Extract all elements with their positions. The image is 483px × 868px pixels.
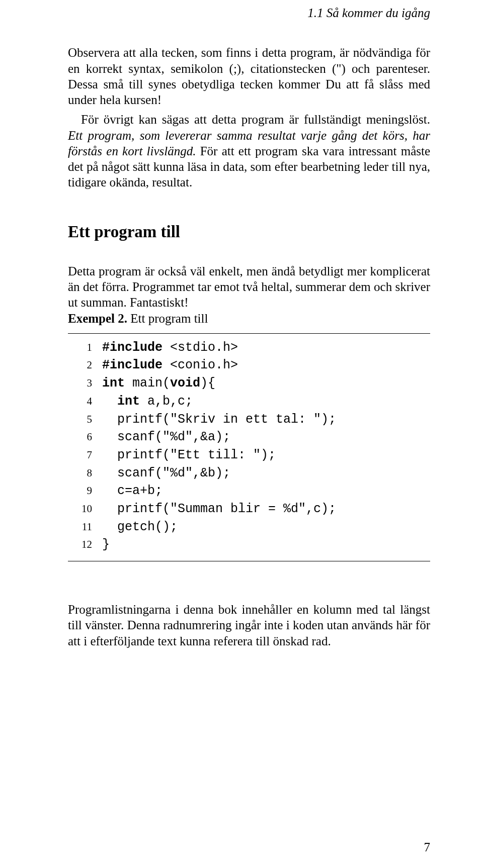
example-title: Ett program till xyxy=(127,312,208,325)
code-text: printf("Skriv in ett tal: "); xyxy=(102,411,430,429)
line-number: 11 xyxy=(68,518,102,536)
line-number: 4 xyxy=(68,393,102,411)
code-line: 11 getch(); xyxy=(68,518,430,536)
code-line: 12} xyxy=(68,536,430,554)
line-number: 2 xyxy=(68,356,102,374)
code-line: 7 printf("Ett till: "); xyxy=(68,446,430,464)
code-text: printf("Summan blir = %d",c); xyxy=(102,500,430,518)
paragraph-3: Detta program är också väl enkelt, men ä… xyxy=(68,263,430,311)
code-text: c=a+b; xyxy=(102,482,430,500)
line-number: 1 xyxy=(68,339,102,357)
code-line: 6 scanf("%d",&a); xyxy=(68,428,430,446)
code-line: 9 c=a+b; xyxy=(68,482,430,500)
line-number: 9 xyxy=(68,482,102,500)
running-head: 1.1 Så kommer du igång xyxy=(68,5,430,21)
line-number: 8 xyxy=(68,464,102,483)
line-number: 12 xyxy=(68,536,102,554)
line-number: 10 xyxy=(68,500,102,518)
page: 1.1 Så kommer du igång Observera att all… xyxy=(0,0,483,868)
code-line: 10 printf("Summan blir = %d",c); xyxy=(68,500,430,518)
paragraph-4: Programlistningarna i denna bok innehåll… xyxy=(68,602,430,649)
code-text: int a,b,c; xyxy=(102,393,430,411)
code-text: #include <stdio.h> xyxy=(102,339,430,357)
page-number: 7 xyxy=(424,839,431,855)
code-line: 5 printf("Skriv in ett tal: "); xyxy=(68,411,430,429)
code-text: int main(void){ xyxy=(102,374,430,393)
code-rule-bottom xyxy=(68,561,430,561)
code-listing: 1#include <stdio.h>2#include <conio.h>3i… xyxy=(68,339,430,554)
line-number: 7 xyxy=(68,446,102,464)
code-text: scanf("%d",&b); xyxy=(102,464,430,483)
code-line: 3int main(void){ xyxy=(68,374,430,393)
code-text: printf("Ett till: "); xyxy=(102,446,430,464)
line-number: 6 xyxy=(68,428,102,446)
code-line: 8 scanf("%d",&b); xyxy=(68,464,430,483)
section-heading: Ett program till xyxy=(68,190,430,263)
code-text: } xyxy=(102,536,430,554)
code-line: 1#include <stdio.h> xyxy=(68,339,430,357)
code-line: 2#include <conio.h> xyxy=(68,356,430,374)
example-caption: Exempel 2. Ett program till xyxy=(68,311,430,326)
code-text: scanf("%d",&a); xyxy=(102,428,430,446)
paragraph-1: Observera att alla tecken, som finns i d… xyxy=(68,45,430,108)
paragraph-2-a: För övrigt kan sägas att detta program ä… xyxy=(81,113,430,126)
paragraph-2: För övrigt kan sägas att detta program ä… xyxy=(68,112,430,190)
line-number: 5 xyxy=(68,411,102,429)
example-label: Exempel 2. xyxy=(68,312,127,325)
code-text: #include <conio.h> xyxy=(102,356,430,374)
code-rule-top xyxy=(68,333,430,334)
code-text: getch(); xyxy=(102,518,430,536)
code-line: 4 int a,b,c; xyxy=(68,393,430,411)
line-number: 3 xyxy=(68,374,102,393)
